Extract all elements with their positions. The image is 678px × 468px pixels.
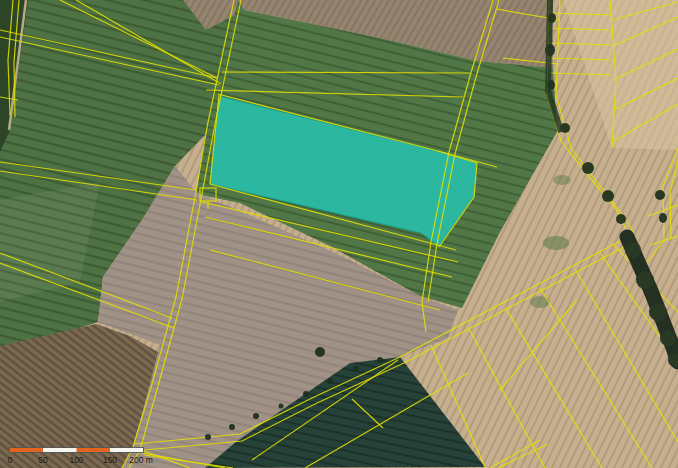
green-patch — [543, 236, 569, 250]
scale-label-50: 50 — [38, 455, 48, 465]
scale-label-100: 100 — [69, 455, 83, 465]
map-viewport[interactable]: 0 50 100 150 200 m — [0, 0, 678, 468]
map-canvas[interactable]: 0 50 100 150 200 m — [0, 0, 678, 468]
green-patch — [530, 296, 550, 308]
scale-bar-segment — [77, 448, 111, 452]
scale-bar-segment — [10, 448, 43, 452]
green-patch — [553, 175, 571, 185]
scale-label-150: 150 — [103, 455, 117, 465]
scale-label-0: 0 — [8, 455, 13, 465]
scale-label-200m: 200 m — [129, 455, 153, 465]
